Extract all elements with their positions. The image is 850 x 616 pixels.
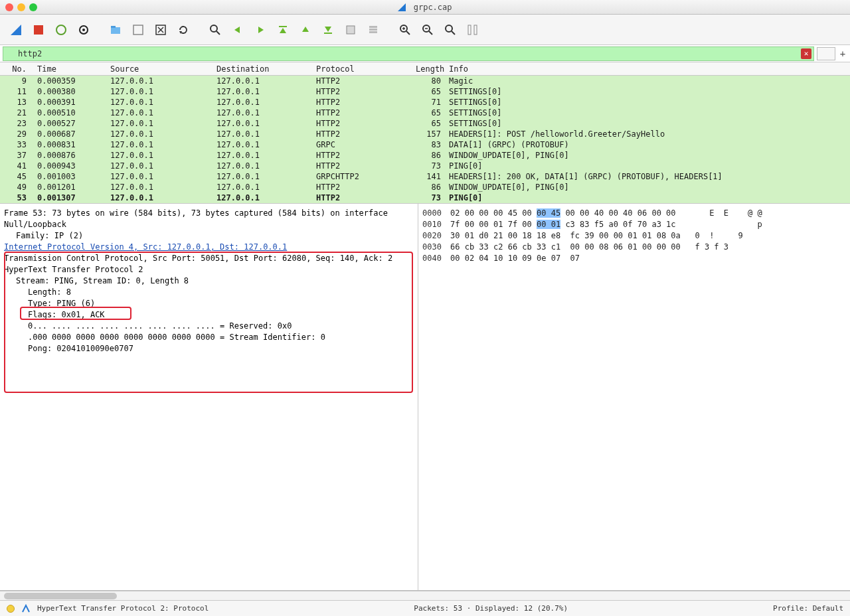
svg-rect-35 bbox=[468, 25, 471, 35]
stop-capture-button[interactable] bbox=[29, 21, 48, 39]
zoom-reset-button[interactable] bbox=[441, 21, 460, 39]
col-info[interactable]: Info bbox=[445, 64, 850, 74]
shark-fin-icon[interactable] bbox=[7, 21, 25, 39]
detail-reserved-line: 0... .... .... .... .... .... .... .... … bbox=[4, 321, 414, 332]
packet-row[interactable]: 210.000510127.0.0.1127.0.0.1HTTP265SETTI… bbox=[0, 108, 850, 118]
detail-line: Frame 53: 73 bytes on wire (584 bits), 7… bbox=[4, 208, 414, 219]
filter-add-button[interactable]: + bbox=[838, 48, 847, 59]
goto-bottom-button[interactable] bbox=[319, 21, 337, 39]
zoom-out-button[interactable] bbox=[418, 21, 437, 39]
horizontal-scrollbar[interactable] bbox=[0, 591, 850, 600]
svg-rect-25 bbox=[369, 31, 377, 33]
hex-row[interactable]: 004000 02 04 10 10 09 0e 07 07 bbox=[422, 253, 846, 264]
goto-packet-button[interactable] bbox=[296, 21, 315, 39]
status-bar: HyperText Transfer Protocol 2: Protocol … bbox=[0, 600, 850, 616]
hex-row[interactable]: 00107f 00 00 01 7f 00 00 01 c3 83 f5 a0 … bbox=[422, 219, 846, 230]
detail-type-line: Type: PING (6) bbox=[4, 298, 414, 309]
autoscroll-button[interactable] bbox=[341, 21, 360, 39]
status-left: HyperText Transfer Protocol 2: Protocol bbox=[37, 604, 209, 613]
colorize-button[interactable] bbox=[364, 21, 382, 39]
capture-file-icon bbox=[21, 604, 31, 613]
svg-point-5 bbox=[82, 29, 85, 31]
main-toolbar bbox=[0, 15, 850, 45]
svg-marker-16 bbox=[258, 27, 264, 33]
svg-line-31 bbox=[429, 31, 432, 35]
capture-options-button[interactable] bbox=[74, 21, 93, 39]
detail-http2-line[interactable]: HyperText Transfer Protocol 2 bbox=[4, 264, 414, 275]
detail-pong-line: Pong: 02041010090e0707 bbox=[4, 343, 414, 354]
detail-line: Null/Loopback bbox=[4, 219, 414, 230]
hex-row[interactable]: 002030 01 d0 21 00 18 18 e8 fc 39 00 00 … bbox=[422, 230, 846, 242]
detail-stream-line[interactable]: Stream: PING, Stream ID: 0, Length 8 bbox=[4, 275, 414, 287]
resize-columns-button[interactable] bbox=[464, 21, 482, 39]
clear-filter-button[interactable]: ✕ bbox=[801, 48, 811, 59]
goto-top-button[interactable] bbox=[274, 21, 292, 39]
detail-ip-link[interactable]: Internet Protocol Version 4, Src: 127.0.… bbox=[4, 242, 414, 253]
packet-row[interactable]: 530.001307127.0.0.1127.0.0.1HTTP273PING[… bbox=[0, 193, 850, 203]
filter-bar: ✕ + bbox=[0, 45, 850, 62]
find-packet-button[interactable] bbox=[206, 21, 224, 39]
col-source[interactable]: Source bbox=[106, 64, 212, 74]
col-length[interactable]: Length bbox=[412, 64, 445, 74]
svg-rect-23 bbox=[369, 26, 377, 28]
expert-info-icon[interactable] bbox=[7, 605, 15, 613]
hex-row[interactable]: 003066 cb 33 c2 66 cb 33 c1 00 00 08 06 … bbox=[422, 242, 846, 253]
packet-bytes-pane[interactable]: 000002 00 00 00 45 00 00 45 00 00 40 00 … bbox=[418, 204, 850, 590]
detail-length-line: Length: 8 bbox=[4, 287, 414, 298]
svg-point-33 bbox=[446, 25, 452, 32]
svg-marker-1 bbox=[11, 25, 21, 35]
svg-rect-22 bbox=[347, 26, 355, 34]
detail-sid-line: .000 0000 0000 0000 0000 0000 0000 0000 … bbox=[4, 332, 414, 343]
svg-rect-8 bbox=[133, 25, 143, 35]
packet-row[interactable]: 110.000380127.0.0.1127.0.0.1HTTP265SETTI… bbox=[0, 86, 850, 97]
detail-flags-line[interactable]: Flags: 0x01, ACK bbox=[4, 309, 414, 321]
svg-rect-36 bbox=[474, 25, 477, 35]
go-back-button[interactable] bbox=[228, 21, 247, 39]
packet-row[interactable]: 330.000831127.0.0.1127.0.0.1GRPC83DATA[1… bbox=[0, 139, 850, 150]
reload-button[interactable] bbox=[174, 21, 193, 39]
packet-row[interactable]: 410.000943127.0.0.1127.0.0.1HTTP273PING[… bbox=[0, 161, 850, 171]
svg-point-3 bbox=[56, 25, 66, 35]
display-filter-input[interactable] bbox=[3, 46, 814, 61]
packet-row[interactable]: 90.000359127.0.0.1127.0.0.1HTTP280Magic bbox=[0, 76, 850, 86]
svg-marker-15 bbox=[234, 27, 240, 33]
svg-line-34 bbox=[452, 31, 455, 35]
packet-details-pane[interactable]: Frame 53: 73 bytes on wire (584 bits), 7… bbox=[0, 204, 418, 590]
svg-point-13 bbox=[211, 25, 217, 32]
packet-row[interactable]: 490.001201127.0.0.1127.0.0.1HTTP286WINDO… bbox=[0, 182, 850, 193]
packet-row[interactable]: 230.000527127.0.0.1127.0.0.1HTTP265SETTI… bbox=[0, 118, 850, 129]
hex-row[interactable]: 000002 00 00 00 45 00 00 45 00 00 40 00 … bbox=[422, 208, 846, 219]
detail-tcp-line[interactable]: Transmission Control Protocol, Src Port:… bbox=[4, 253, 414, 264]
zoom-in-button[interactable] bbox=[396, 21, 414, 39]
packet-list: No. Time Source Destination Protocol Len… bbox=[0, 62, 850, 204]
packet-row[interactable]: 130.000391127.0.0.1127.0.0.1HTTP271SETTI… bbox=[0, 97, 850, 108]
restart-capture-button[interactable] bbox=[52, 21, 70, 39]
packet-row[interactable]: 290.000687127.0.0.1127.0.0.1HTTP2157HEAD… bbox=[0, 129, 850, 139]
filter-expression-button[interactable] bbox=[817, 47, 835, 60]
col-destination[interactable]: Destination bbox=[212, 64, 312, 74]
svg-marker-0 bbox=[398, 3, 406, 11]
svg-line-27 bbox=[406, 31, 410, 35]
save-file-button[interactable] bbox=[129, 21, 147, 39]
scrollbar-thumb[interactable] bbox=[4, 593, 117, 599]
titlebar: grpc.cap bbox=[0, 0, 850, 15]
status-profile[interactable]: Profile: Default bbox=[773, 604, 843, 613]
open-file-button[interactable] bbox=[106, 21, 125, 39]
packet-list-header: No. Time Source Destination Protocol Len… bbox=[0, 62, 850, 76]
svg-rect-6 bbox=[111, 27, 120, 34]
svg-rect-24 bbox=[369, 29, 377, 31]
close-file-button[interactable] bbox=[151, 21, 170, 39]
col-no[interactable]: No. bbox=[0, 64, 33, 74]
svg-rect-7 bbox=[111, 26, 116, 28]
packet-row[interactable]: 450.001003127.0.0.1127.0.0.1GRPCHTTP2141… bbox=[0, 171, 850, 182]
svg-line-14 bbox=[216, 31, 220, 35]
svg-marker-18 bbox=[280, 28, 286, 33]
col-time[interactable]: Time bbox=[33, 64, 106, 74]
status-packets: Packets: 53 · Displayed: 12 (20.7%) bbox=[414, 604, 568, 613]
col-protocol[interactable]: Protocol bbox=[312, 64, 412, 74]
go-forward-button[interactable] bbox=[251, 21, 270, 39]
svg-rect-2 bbox=[34, 25, 43, 35]
middle-panes: Frame 53: 73 bytes on wire (584 bits), 7… bbox=[0, 204, 850, 591]
packet-row[interactable]: 370.000876127.0.0.1127.0.0.1HTTP286WINDO… bbox=[0, 150, 850, 161]
svg-marker-20 bbox=[325, 27, 331, 32]
